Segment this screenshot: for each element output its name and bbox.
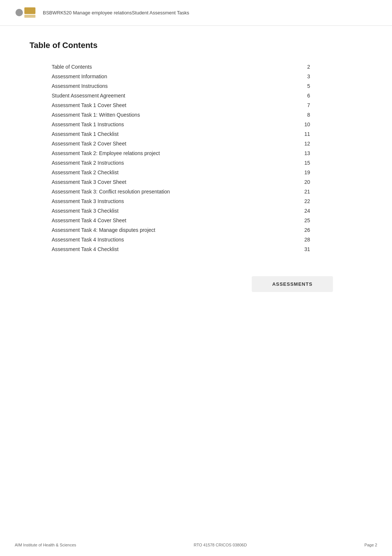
toc-row: Assessment Task 3 Checklist24 [52,206,310,216]
logo-icon [15,4,37,21]
toc-table: Table of Contents2Assessment Information… [52,62,310,254]
toc-heading: Table of Contents [30,41,362,50]
toc-row: Assessment Task 4 Instructions28 [52,235,310,244]
toc-row: Assessment Task 1 Instructions10 [52,120,310,129]
toc-item-page: 10 [295,120,310,129]
footer-left: AIM Institute of Health & Sciences [15,543,76,547]
toc-row: Assessment Task 3 Cover Sheet20 [52,177,310,187]
toc-row: Assessment Task 2 Checklist19 [52,168,310,177]
toc-item-label: Assessment Task 2: Employee relations pr… [52,148,295,158]
toc-item-page: 28 [295,235,310,244]
toc-item-page: 20 [295,177,310,187]
toc-item-label: Assessment Task 3: Conflict resolution p… [52,187,295,196]
toc-row: Assessment Task 3 Instructions22 [52,196,310,206]
assessments-box: ASSESSMENTS [252,276,333,292]
svg-rect-1 [24,7,35,14]
toc-item-page: 11 [295,129,310,139]
toc-item-page: 5 [295,81,310,91]
toc-item-page: 19 [295,168,310,177]
toc-item-page: 8 [295,110,310,120]
header-title: BSBWRK520 Manage employee relationsStude… [43,10,189,16]
toc-item-label: Assessment Task 1 Cover Sheet [52,100,295,110]
toc-item-label: Assessment Task 2 Instructions [52,158,295,168]
toc-row: Assessment Task 3: Conflict resolution p… [52,187,310,196]
page-footer: AIM Institute of Health & Sciences RTO 4… [0,543,392,547]
toc-item-label: Assessment Task 4 Instructions [52,235,295,244]
toc-row: Assessment Task 1 Checklist11 [52,129,310,139]
toc-item-page: 22 [295,196,310,206]
toc-row: Assessment Instructions5 [52,81,310,91]
toc-item-page: 2 [295,62,310,72]
toc-item-label: Student Assessment Agreement [52,91,295,100]
toc-item-label: Assessment Task 1 Instructions [52,120,295,129]
toc-row: Assessment Task 1: Written Questions8 [52,110,310,120]
toc-item-label: Assessment Task 3 Cover Sheet [52,177,295,187]
toc-item-page: 25 [295,216,310,225]
toc-item-page: 3 [295,72,310,81]
toc-item-page: 6 [295,91,310,100]
toc-item-page: 24 [295,206,310,216]
toc-row: Assessment Task 2: Employee relations pr… [52,148,310,158]
toc-row: Assessment Task 2 Cover Sheet12 [52,139,310,148]
toc-item-label: Assessment Task 2 Checklist [52,168,295,177]
toc-item-page: 7 [295,100,310,110]
toc-item-label: Assessment Task 3 Checklist [52,206,295,216]
svg-rect-2 [24,15,35,18]
toc-item-label: Assessment Task 4: Manage disputes proje… [52,225,295,235]
toc-item-label: Table of Contents [52,62,295,72]
toc-row: Assessment Task 1 Cover Sheet7 [52,100,310,110]
toc-row: Assessment Information3 [52,72,310,81]
toc-item-page: 13 [295,148,310,158]
svg-point-0 [16,9,23,16]
toc-item-label: Assessment Task 3 Instructions [52,196,295,206]
toc-row: Student Assessment Agreement6 [52,91,310,100]
toc-item-label: Assessment Task 4 Cover Sheet [52,216,295,225]
footer-center: RTO 41578 CRICOS 03806D [194,543,247,547]
toc-item-page: 15 [295,158,310,168]
toc-item-page: 26 [295,225,310,235]
toc-item-page: 31 [295,244,310,254]
toc-item-page: 21 [295,187,310,196]
toc-row: Table of Contents2 [52,62,310,72]
toc-item-label: Assessment Task 1 Checklist [52,129,295,139]
page-header: BSBWRK520 Manage employee relationsStude… [0,0,392,26]
footer-right: Page 2 [364,543,377,547]
toc-row: Assessment Task 2 Instructions15 [52,158,310,168]
toc-row: Assessment Task 4 Checklist31 [52,244,310,254]
toc-item-label: Assessment Instructions [52,81,295,91]
toc-row: Assessment Task 4: Manage disputes proje… [52,225,310,235]
toc-item-label: Assessment Task 4 Checklist [52,244,295,254]
toc-item-label: Assessment Information [52,72,295,81]
assessments-banner: ASSESSMENTS [30,276,362,292]
toc-item-label: Assessment Task 1: Written Questions [52,110,295,120]
toc-item-page: 12 [295,139,310,148]
main-content: Table of Contents Table of Contents2Asse… [0,26,392,322]
toc-item-label: Assessment Task 2 Cover Sheet [52,139,295,148]
toc-row: Assessment Task 4 Cover Sheet25 [52,216,310,225]
